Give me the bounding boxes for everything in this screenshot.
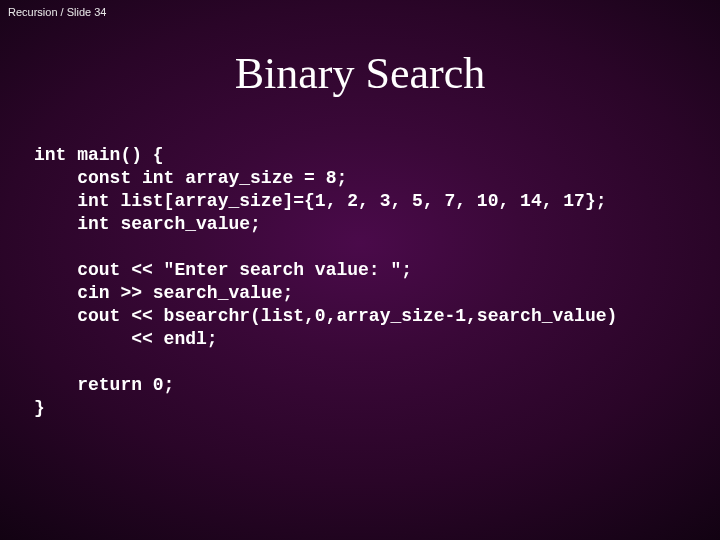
code-block: int main() { const int array_size = 8; i…	[34, 144, 700, 420]
slide-title: Binary Search	[0, 48, 720, 99]
slide: Recursion / Slide 34 Binary Search int m…	[0, 0, 720, 540]
breadcrumb: Recursion / Slide 34	[8, 6, 106, 18]
